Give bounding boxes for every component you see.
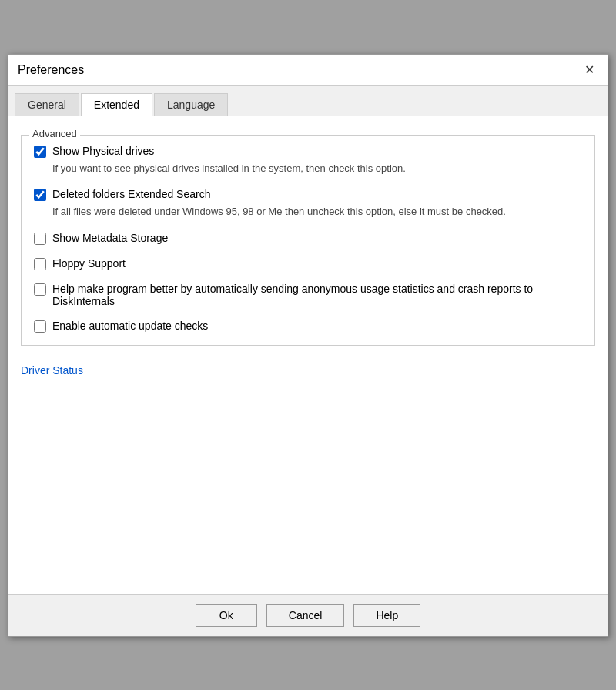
deleted-folders-text: Deleted folders Extended Search [52,188,210,200]
option-anonymous-usage: Help make program better by automaticall… [34,283,582,307]
show-physical-drives-description: If you want to see physical drives insta… [52,161,582,176]
show-metadata-storage-text: Show Metadata Storage [52,232,168,244]
deleted-folders-label[interactable]: Deleted folders Extended Search [34,188,582,201]
deleted-folders-description: If all files were deleted under Windows … [52,204,582,219]
option-deleted-folders: Deleted folders Extended Search If all f… [34,188,582,219]
anonymous-usage-label[interactable]: Help make program better by automaticall… [34,283,582,307]
tab-general[interactable]: General [15,93,79,116]
option-floppy-support: Floppy Support [34,257,582,270]
automatic-update-checks-checkbox[interactable] [34,320,46,333]
show-physical-drives-text: Show Physical drives [52,145,154,157]
tab-language[interactable]: Language [154,93,228,116]
floppy-support-text: Floppy Support [52,257,126,270]
advanced-group: Advanced Show Physical drives If you wan… [21,135,595,346]
show-physical-drives-checkbox[interactable] [34,146,46,158]
content-area: Advanced Show Physical drives If you wan… [8,116,608,594]
tab-extended[interactable]: Extended [81,93,152,116]
floppy-support-label[interactable]: Floppy Support [34,257,582,270]
automatic-update-checks-label[interactable]: Enable automatic update checks [34,320,582,333]
ok-button[interactable]: Ok [196,604,257,627]
footer: Ok Cancel Help [8,594,608,636]
option-show-metadata-storage: Show Metadata Storage [34,232,582,245]
option-automatic-update-checks: Enable automatic update checks [34,320,582,333]
tab-bar: General Extended Language [8,86,608,116]
preferences-dialog: Preferences ✕ General Extended Language … [8,54,608,637]
help-button[interactable]: Help [353,604,420,627]
title-bar: Preferences ✕ [8,55,608,86]
anonymous-usage-checkbox[interactable] [34,283,46,296]
show-metadata-storage-checkbox[interactable] [34,233,46,245]
anonymous-usage-text: Help make program better by automaticall… [52,283,582,307]
cancel-button[interactable]: Cancel [266,604,345,627]
option-show-physical-drives: Show Physical drives If you want to see … [34,145,582,176]
driver-status-link[interactable]: Driver Status [21,364,83,377]
deleted-folders-checkbox[interactable] [34,189,46,201]
show-physical-drives-label[interactable]: Show Physical drives [34,145,582,158]
floppy-support-checkbox[interactable] [34,258,46,270]
show-metadata-storage-label[interactable]: Show Metadata Storage [34,232,582,245]
dialog-title: Preferences [18,63,84,77]
close-button[interactable]: ✕ [580,61,598,79]
automatic-update-checks-text: Enable automatic update checks [52,320,208,332]
group-label: Advanced [29,128,80,139]
